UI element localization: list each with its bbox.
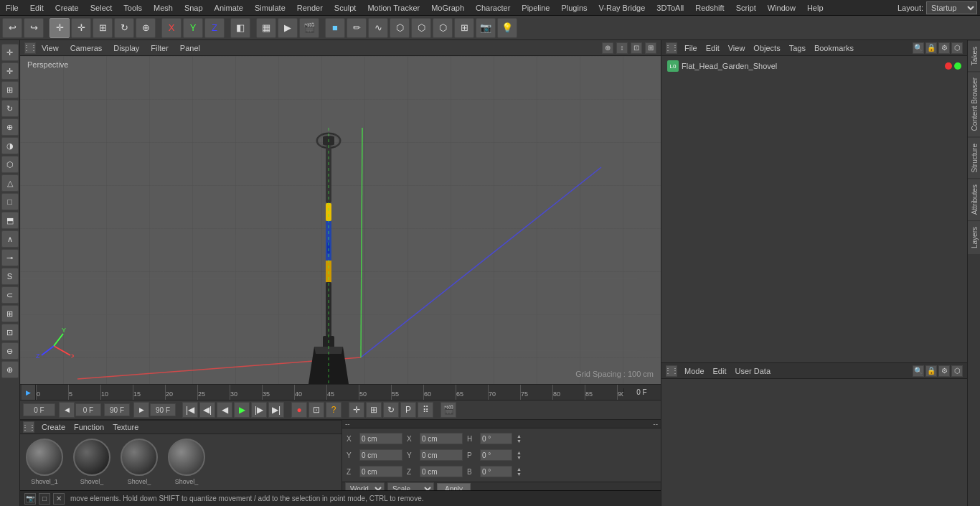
- pc-prev-key[interactable]: ◀|: [199, 402, 215, 418]
- tab-layers[interactable]: Layers: [968, 220, 980, 254]
- material-item-4[interactable]: Shovel_: [165, 437, 208, 485]
- render-region-button[interactable]: ▦: [256, 18, 276, 38]
- pc-film[interactable]: 🎬: [440, 402, 456, 418]
- pc-play-fwd[interactable]: ▶: [234, 402, 250, 418]
- object-mode-button[interactable]: ◧: [230, 18, 250, 38]
- pc-rotate2[interactable]: ↻: [383, 402, 399, 418]
- pc-next-key[interactable]: |▶: [251, 402, 267, 418]
- obj-view[interactable]: View: [724, 42, 750, 54]
- attr-settings[interactable]: ⚙: [938, 365, 950, 377]
- obj-expand[interactable]: ⬡: [951, 42, 963, 54]
- menu-redshift[interactable]: Redshift: [689, 2, 730, 14]
- attr-mode[interactable]: Mode: [680, 365, 709, 377]
- pc-go-start[interactable]: |◀: [182, 402, 198, 418]
- lp-scale[interactable]: ⊞: [1, 81, 19, 98]
- attr-search[interactable]: 🔍: [913, 365, 924, 377]
- lp-tool16[interactable]: ⊡: [1, 324, 19, 341]
- lp-tool18[interactable]: ⊕: [1, 361, 19, 378]
- render-active-button[interactable]: ▶: [278, 18, 298, 38]
- coord-b-arrows[interactable]: ▲ ▼: [517, 467, 522, 477]
- transform-tool-button[interactable]: ⊕: [136, 18, 156, 38]
- lp-tool5[interactable]: ⊕: [1, 118, 19, 136]
- menu-file[interactable]: File: [0, 2, 24, 14]
- menu-pipeline[interactable]: Pipeline: [516, 2, 555, 14]
- pc-go-end[interactable]: ▶|: [268, 402, 284, 418]
- mat-function[interactable]: Function: [70, 423, 108, 431]
- current-frame-input[interactable]: [23, 403, 55, 416]
- material-item-2[interactable]: Shovel_: [70, 437, 113, 485]
- lp-tool10[interactable]: ⬒: [1, 212, 19, 229]
- lp-rotate[interactable]: ↻: [1, 100, 19, 117]
- menu-3dtoall[interactable]: 3DToAll: [651, 2, 689, 14]
- extrude-button[interactable]: ⬡: [390, 18, 410, 38]
- pen-button[interactable]: ✏: [347, 18, 367, 38]
- lp-move[interactable]: ✛: [1, 62, 19, 80]
- menu-script[interactable]: Script: [730, 2, 762, 14]
- select-tool-button[interactable]: ✛: [50, 18, 70, 38]
- material-item-3[interactable]: Shovel_: [118, 437, 161, 485]
- scale-tool-button[interactable]: ⊞: [93, 18, 113, 38]
- menu-vray[interactable]: V-Ray Bridge: [593, 2, 651, 14]
- obj-bookmarks[interactable]: Bookmarks: [810, 42, 858, 54]
- vh-icon3[interactable]: ⊡: [631, 42, 642, 54]
- attr-expand[interactable]: ⬡: [951, 365, 963, 377]
- obj-tags[interactable]: Tags: [785, 42, 810, 54]
- coord-h[interactable]: [480, 433, 512, 444]
- menu-select[interactable]: Select: [85, 2, 118, 14]
- coord-x-pos[interactable]: [359, 433, 402, 444]
- coord-h-arrows[interactable]: ▲ ▼: [517, 434, 522, 444]
- menu-snap[interactable]: Snap: [179, 2, 209, 14]
- menu-character[interactable]: Character: [470, 2, 516, 14]
- status-icon2[interactable]: □: [39, 493, 50, 505]
- rotate-tool-button[interactable]: ↻: [114, 18, 134, 38]
- vh-cameras[interactable]: Cameras: [65, 42, 108, 54]
- menu-help[interactable]: Help: [801, 2, 829, 14]
- vh-icon4[interactable]: ⊞: [645, 42, 656, 54]
- menu-window[interactable]: Window: [762, 2, 801, 14]
- pc-scale2[interactable]: ⊞: [366, 402, 382, 418]
- lp-tool14[interactable]: ⊂: [1, 286, 19, 304]
- max-frame-input[interactable]: [104, 403, 130, 416]
- camera-tool-button[interactable]: 📷: [476, 18, 496, 38]
- x-axis-button[interactable]: X: [161, 18, 182, 38]
- undo-button[interactable]: ↩: [2, 18, 22, 38]
- cube-button[interactable]: ■: [325, 18, 345, 38]
- menu-edit[interactable]: Edit: [24, 2, 50, 14]
- y-axis-button[interactable]: Y: [183, 18, 203, 38]
- status-icon3[interactable]: ✕: [53, 493, 65, 505]
- menu-plugins[interactable]: Plugins: [555, 2, 593, 14]
- vh-icon1[interactable]: ⊕: [602, 42, 613, 54]
- pc-param[interactable]: P: [400, 402, 416, 418]
- pc-record[interactable]: ●: [291, 402, 307, 418]
- menu-animate[interactable]: Animate: [209, 2, 249, 14]
- menu-motion-tracker[interactable]: Motion Tracker: [362, 2, 425, 14]
- render-picture-button[interactable]: 🎬: [299, 18, 319, 38]
- pc-dots[interactable]: ⠿: [418, 402, 433, 418]
- z-axis-button[interactable]: Z: [204, 18, 225, 38]
- pc-help[interactable]: ?: [326, 402, 341, 418]
- attr-lock[interactable]: 🔒: [925, 365, 937, 377]
- menu-sculpt[interactable]: Sculpt: [329, 2, 362, 14]
- mat-create[interactable]: Create: [37, 423, 70, 431]
- coord-x-rot[interactable]: [420, 433, 463, 444]
- vh-filter[interactable]: Filter: [145, 42, 174, 54]
- deformer-button[interactable]: ⬡: [433, 18, 453, 38]
- coord-p[interactable]: [480, 449, 512, 461]
- vh-display[interactable]: Display: [108, 42, 145, 54]
- redo-button[interactable]: ↪: [24, 18, 44, 38]
- viewport-canvas[interactable]: Perspective Grid Spacing : 100 cm X Y Z: [20, 56, 661, 384]
- menu-create[interactable]: Create: [50, 2, 85, 14]
- min-frame-input[interactable]: [75, 403, 101, 416]
- lp-tool12[interactable]: ⊸: [1, 249, 19, 266]
- lp-select[interactable]: ✛: [1, 44, 19, 61]
- obj-lock[interactable]: 🔒: [925, 42, 937, 54]
- pc-move[interactable]: ✛: [349, 402, 364, 418]
- status-icon1[interactable]: 📷: [24, 493, 36, 505]
- coord-b[interactable]: [480, 466, 512, 477]
- coord-z-pos[interactable]: [359, 466, 402, 477]
- pc-play-back[interactable]: ◀: [217, 402, 232, 418]
- pc-auto-key[interactable]: ⊡: [308, 402, 324, 418]
- mat-texture[interactable]: Texture: [108, 423, 143, 431]
- lp-tool11[interactable]: ∧: [1, 230, 19, 248]
- spline-button[interactable]: ∿: [368, 18, 388, 38]
